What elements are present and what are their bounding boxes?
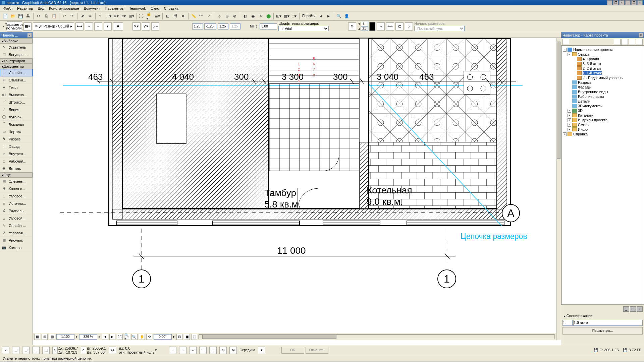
tree-story-1[interactable]: 1. 1-й этаж [563, 71, 642, 75]
default-params-button[interactable]: Параметры по умолч. [7, 21, 22, 32]
dim-val1[interactable] [192, 23, 203, 29]
tree-story-2[interactable]: 2. 2-й этаж [563, 66, 642, 71]
snap-btn5[interactable]: ⊹ [209, 347, 217, 354]
tree-help[interactable]: +Справка [563, 132, 642, 136]
tree-schedules[interactable]: +Каталоги [563, 113, 642, 118]
menu-design[interactable]: Конструирование [47, 6, 81, 11]
new-button[interactable]: 📄 [1, 12, 9, 20]
snap-button[interactable]: ⊹ [216, 12, 223, 20]
nav-btn3[interactable] [621, 39, 628, 45]
goto-fwd-button[interactable]: ► [325, 12, 332, 20]
tree-info[interactable]: +Инфо [563, 127, 642, 132]
cancel-button[interactable]: Отменить [306, 347, 328, 354]
tool-camera[interactable]: 📷Камера [0, 244, 33, 251]
save-button[interactable]: 💾 [17, 12, 24, 20]
tool-element[interactable]: ▤Элемент... [0, 178, 33, 185]
more-button[interactable]: 👤 [343, 12, 351, 20]
coord-btn2[interactable]: ⊡ [22, 347, 30, 354]
coord-btn4[interactable]: ⬚ [42, 347, 50, 354]
origin-selector[interactable]: Проектный нуль [414, 26, 465, 31]
zoom-opt1[interactable]: ▦ [34, 334, 40, 340]
undo-button[interactable]: ↶ [61, 12, 68, 20]
dim-val3[interactable] [218, 23, 228, 29]
snap-btn3[interactable]: 〰 [189, 347, 197, 354]
open-button[interactable]: 📂 [9, 12, 16, 20]
nav-min[interactable]: _ [623, 306, 629, 312]
group-button[interactable]: ⛶▾ [138, 12, 146, 20]
coord-btn5[interactable]: ⊙ [109, 347, 116, 354]
mdi-close-button[interactable]: × [637, 0, 643, 5]
view-button[interactable]: ⊞▾ [275, 12, 282, 20]
print-button[interactable]: 🖶 [24, 12, 32, 20]
arrow-button[interactable]: ↖ [97, 12, 104, 20]
nav-max[interactable]: ❐ [630, 306, 636, 312]
tool-drawing[interactable]: ▭Чертеж [0, 128, 33, 135]
nav-btn1[interactable] [562, 39, 569, 45]
tree-worksheets[interactable]: Рабочие листы [563, 94, 642, 99]
snap-btn6[interactable]: ⊕ [219, 347, 227, 354]
menu-teamwork[interactable]: Teamwork [127, 6, 148, 11]
adjust-button[interactable]: ⊞▾ [128, 12, 135, 20]
paste-button[interactable]: 📋 [50, 12, 58, 20]
dim-type2[interactable]: ⟷ [386, 22, 394, 31]
sun-button[interactable]: ☀ [257, 12, 264, 20]
menu-document[interactable]: Документ [82, 6, 102, 11]
menu-help[interactable]: Справка [162, 6, 180, 11]
redo-button[interactable]: ↷ [68, 12, 76, 20]
group-more[interactable]: ▾ Еще [0, 172, 33, 178]
zoom-fit[interactable]: ⛶ [117, 334, 123, 340]
scale-input[interactable] [260, 23, 277, 29]
nav-btn4[interactable] [629, 39, 635, 45]
layer-selector[interactable]: 👁 🖊Размер - Общий▸ [33, 22, 74, 31]
tool-fill[interactable]: ⋰Штрихо... [0, 99, 33, 106]
zoom-display[interactable] [79, 334, 97, 340]
trim-button[interactable]: ✕ [179, 12, 187, 20]
floor-name-input[interactable] [573, 320, 643, 326]
menu-edit[interactable]: Редактор [15, 6, 35, 11]
render-button[interactable]: ◉ [249, 12, 257, 20]
tree-3d[interactable]: +3D [563, 108, 642, 113]
grid-button[interactable]: 田 [172, 12, 179, 20]
coord-btn1[interactable]: ⊞ [12, 347, 19, 354]
edit-elem-button[interactable]: ⊡ [164, 12, 171, 20]
tool-polyline[interactable]: ⌒Ломаная [0, 121, 33, 128]
camera-button[interactable]: ⬤ [265, 12, 272, 20]
zoom-orbit[interactable]: ⟲ [146, 334, 152, 340]
tree-3ddocs[interactable]: 3D-документы [563, 104, 642, 108]
mdi-maximize-button[interactable]: ❐ [631, 0, 637, 5]
tool-line[interactable]: /Линия [0, 106, 33, 113]
find-button[interactable]: 🔍 [335, 12, 343, 20]
zoom-x3[interactable]: ⬚ [191, 334, 197, 340]
snap-btn7[interactable]: ⊗ [229, 347, 237, 354]
close-button[interactable]: × [619, 0, 625, 5]
goto-back-button[interactable]: ◄ [317, 12, 325, 20]
menu-view[interactable]: Вид [36, 6, 46, 11]
lock-button[interactable]: 🔒▾ [146, 12, 153, 20]
tool-figure[interactable]: ▦Рисунок [0, 237, 33, 244]
group-construct[interactable]: ▸ Конструиров [0, 58, 33, 64]
tool-pointer[interactable]: ↖Указатель [0, 44, 33, 51]
layers-button[interactable]: ≣▾ [154, 12, 161, 20]
nav-btn2[interactable] [614, 39, 621, 45]
arrow-up-down[interactable]: ⇅ [348, 22, 356, 31]
tool-interior[interactable]: ⌂Внутрен... [0, 150, 33, 158]
zoom-opt2[interactable]: ⊞ [42, 334, 48, 340]
tree-story-0[interactable]: -1. Подземный уровень [563, 75, 642, 80]
zoom-x2[interactable]: ▣ [184, 334, 190, 340]
zoom-next[interactable]: ► [109, 334, 115, 340]
coord-toggle[interactable]: × [2, 347, 9, 354]
dim-link[interactable]: ⤤▾ [142, 22, 150, 31]
v-scrollbar[interactable] [556, 38, 561, 340]
h-scrollbar[interactable] [199, 335, 555, 339]
ok-button[interactable]: OK [281, 347, 304, 354]
cut-button[interactable]: ✂ [35, 12, 42, 20]
tool-radial[interactable]: ∡Радиаль... [0, 207, 33, 215]
dim-type4[interactable]: ⟋ [405, 22, 413, 31]
marquee-button[interactable]: ⬚▾ [105, 12, 112, 20]
navigator-close[interactable]: × [639, 33, 643, 38]
tool-light[interactable]: ☼Источни... [0, 200, 33, 207]
font-selector[interactable]: ✓ Arial [278, 26, 329, 31]
color-picker[interactable] [369, 22, 375, 31]
minimize-button[interactable]: _ [607, 0, 612, 5]
dim-style4[interactable]: ▾ [104, 22, 112, 31]
